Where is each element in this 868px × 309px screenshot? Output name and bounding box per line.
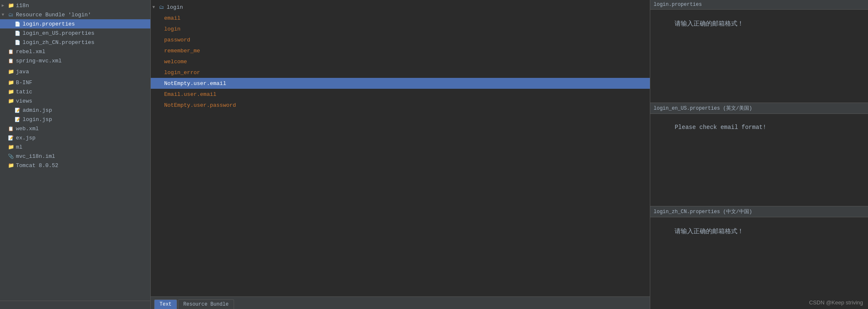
sidebar-item-ml[interactable]: 📁 ml bbox=[0, 142, 150, 152]
sidebar-item-label: ml bbox=[16, 144, 23, 150]
sidebar-item-label: login.jsp bbox=[23, 116, 52, 123]
key-item-notempty-user-email[interactable]: NotEmpty.user.email bbox=[151, 78, 650, 89]
sidebar-item-i18n[interactable]: 📁 i18n bbox=[0, 1, 150, 10]
sidebar-item-rebel-xml[interactable]: 📋 rebel.xml bbox=[0, 47, 150, 56]
key-label: welcome bbox=[164, 59, 187, 65]
key-item-welcome[interactable]: welcome bbox=[151, 56, 650, 67]
sidebar-item-java[interactable]: 📁 java bbox=[0, 67, 150, 76]
key-item-remember-me[interactable]: remember_me bbox=[151, 45, 650, 56]
bottom-tabs: Text Resource Bundle bbox=[151, 296, 650, 309]
content-text: 请输入正确的邮箱格式！ bbox=[675, 228, 744, 235]
iml-icon: 📎 bbox=[8, 153, 14, 160]
key-item-password[interactable]: password bbox=[151, 34, 650, 45]
sidebar-item-spring-mvc-xml[interactable]: 📋 spring-mvc.xml bbox=[0, 56, 150, 65]
right-section-header-login-zh: login_zh_CN.properties (中文/中国) bbox=[650, 206, 868, 217]
sidebar-item-resource-bundle[interactable]: 🗂 Resource Bundle 'login' bbox=[0, 10, 150, 19]
sidebar-item-label: B-INF bbox=[16, 80, 32, 86]
folder-icon: 📁 bbox=[8, 68, 14, 75]
sidebar-tree: 📁 i18n 🗂 Resource Bundle 'login' 📄 login… bbox=[0, 0, 150, 301]
folder-icon: 📁 bbox=[8, 162, 14, 169]
bundle-icon: 🗂 bbox=[158, 4, 165, 10]
right-section-content-login-properties[interactable]: 请输入正确的邮箱格式！ bbox=[650, 10, 868, 103]
sidebar-item-label: tatic bbox=[16, 89, 32, 95]
folder-icon: 📁 bbox=[8, 2, 14, 9]
jsp-icon: 📝 bbox=[14, 116, 21, 123]
sidebar-item-views[interactable]: 📁 views bbox=[0, 96, 150, 106]
folder-icon: 📁 bbox=[8, 88, 14, 95]
sidebar-bottom-bar bbox=[0, 301, 150, 309]
arrow-icon bbox=[2, 13, 7, 17]
sidebar-item-ex-jsp[interactable]: 📝 ex.jsp bbox=[0, 133, 150, 142]
sidebar-item-mvc-i18n-iml[interactable]: 📎 mvc_i18n.iml bbox=[0, 152, 150, 161]
sidebar-item-tomcat[interactable]: 📁 Tomcat 8.0.52 bbox=[0, 161, 150, 170]
sidebar: 📁 i18n 🗂 Resource Bundle 'login' 📄 login… bbox=[0, 0, 151, 309]
sidebar-item-label: java bbox=[16, 69, 29, 75]
sidebar-item-label: i18n bbox=[16, 3, 29, 9]
key-item-notempty-user-password[interactable]: NotEmpty.user.password bbox=[151, 100, 650, 111]
key-item-login[interactable]: login bbox=[151, 23, 650, 34]
properties-icon: 📄 bbox=[14, 21, 21, 27]
bundle-icon: 🗂 bbox=[8, 11, 14, 18]
folder-icon: 📁 bbox=[8, 98, 14, 104]
xml-icon: 📋 bbox=[8, 125, 14, 132]
sidebar-item-label: mvc_i18n.iml bbox=[16, 153, 55, 160]
sidebar-item-login-zh-properties[interactable]: 📄 login_zh_CN.properties bbox=[0, 38, 150, 47]
sidebar-item-label: login_zh_CN.properties bbox=[23, 39, 95, 46]
key-label: NotEmpty.user.email bbox=[164, 80, 226, 87]
sidebar-item-web-xml[interactable]: 📋 web.xml bbox=[0, 124, 150, 133]
key-label: login bbox=[164, 26, 180, 32]
sidebar-item-label: Resource Bundle 'login' bbox=[16, 12, 91, 18]
sidebar-item-label: login.properties bbox=[23, 21, 75, 27]
arrow-icon bbox=[152, 5, 157, 10]
xml-icon: 📋 bbox=[8, 48, 14, 55]
sidebar-item-login-jsp[interactable]: 📝 login.jsp bbox=[0, 115, 150, 124]
right-section-content-login-en[interactable]: Please check email format! bbox=[650, 114, 868, 206]
sidebar-item-label: ex.jsp bbox=[16, 135, 36, 141]
key-item-email-user-email[interactable]: Email.user.email bbox=[151, 89, 650, 100]
sidebar-item-web-inf[interactable]: 📁 B-INF bbox=[0, 78, 150, 87]
properties-icon: 📄 bbox=[14, 39, 21, 46]
sidebar-item-label: login_en_US.properties bbox=[23, 30, 95, 36]
tab-resource-bundle[interactable]: Resource Bundle bbox=[178, 299, 234, 309]
sidebar-item-label: spring-mvc.xml bbox=[16, 58, 62, 64]
sidebar-item-login-en-properties[interactable]: 📄 login_en_US.properties bbox=[0, 28, 150, 38]
sidebar-item-label: rebel.xml bbox=[16, 49, 45, 55]
arrow-icon bbox=[2, 3, 7, 8]
content-text: 请输入正确的邮箱格式！ bbox=[675, 21, 744, 28]
jsp-icon: 📝 bbox=[8, 134, 14, 141]
middle-panel: 🗂 login email login password remember_me… bbox=[151, 0, 650, 309]
right-section-content-login-zh[interactable]: 请输入正确的邮箱格式！ bbox=[650, 217, 868, 309]
folder-icon: 📁 bbox=[8, 144, 14, 150]
key-list: 🗂 login email login password remember_me… bbox=[151, 0, 650, 296]
folder-label: login bbox=[167, 4, 183, 10]
sidebar-item-static[interactable]: 📁 tatic bbox=[0, 87, 150, 96]
content-text: Please check email format! bbox=[675, 124, 766, 131]
sidebar-item-admin-jsp[interactable]: 📝 admin.jsp bbox=[0, 106, 150, 115]
key-label: remember_me bbox=[164, 48, 200, 54]
xml-icon: 📋 bbox=[8, 57, 14, 64]
folder-icon: 📁 bbox=[8, 79, 14, 86]
key-label: login_error bbox=[164, 70, 200, 76]
sidebar-item-label: web.xml bbox=[16, 126, 39, 132]
key-label: password bbox=[164, 37, 190, 43]
sidebar-item-label: admin.jsp bbox=[23, 107, 52, 113]
right-panel: login.properties 请输入正确的邮箱格式！ login_en_US… bbox=[650, 0, 868, 309]
jsp-icon: 📝 bbox=[14, 107, 21, 113]
right-section-header-login-en: login_en_US.properties (英文/美国) bbox=[650, 103, 868, 114]
right-section-login-properties: login.properties 请输入正确的邮箱格式！ bbox=[650, 0, 868, 103]
watermark: CSDN @Keep striving bbox=[809, 299, 863, 306]
sidebar-item-label: views bbox=[16, 98, 32, 104]
properties-icon: 📄 bbox=[14, 30, 21, 36]
right-section-login-zh-properties: login_zh_CN.properties (中文/中国) 请输入正确的邮箱格… bbox=[650, 206, 868, 309]
folder-header-login[interactable]: 🗂 login bbox=[151, 2, 650, 13]
key-label: email bbox=[164, 15, 180, 21]
key-item-email[interactable]: email bbox=[151, 13, 650, 23]
key-item-login-error[interactable]: login_error bbox=[151, 67, 650, 78]
tab-text[interactable]: Text bbox=[154, 299, 177, 309]
right-section-header-login-properties: login.properties bbox=[650, 0, 868, 10]
sidebar-item-label: Tomcat 8.0.52 bbox=[16, 162, 58, 169]
right-section-login-en-properties: login_en_US.properties (英文/美国) Please ch… bbox=[650, 103, 868, 206]
key-label: NotEmpty.user.password bbox=[164, 102, 236, 108]
key-label: Email.user.email bbox=[164, 91, 216, 98]
sidebar-item-login-properties[interactable]: 📄 login.properties bbox=[0, 19, 150, 28]
